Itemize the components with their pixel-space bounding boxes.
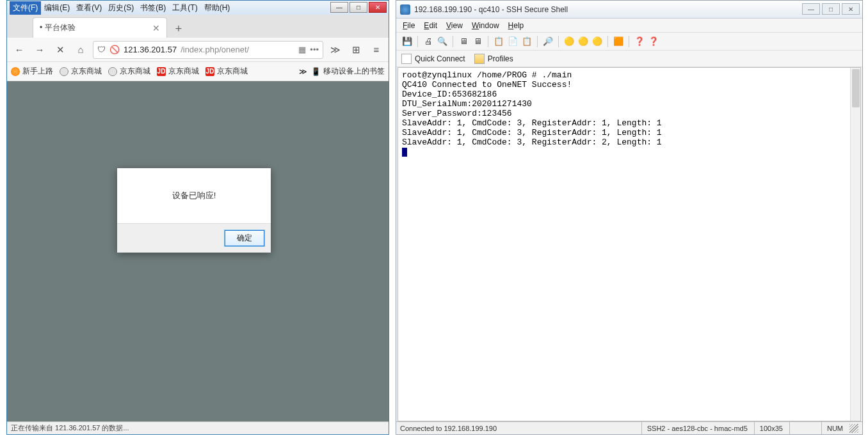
ssh-window: 192.168.199.190 - qc410 - SSH Secure She… [396, 0, 863, 435]
bookmark-getting-started[interactable]: 新手上路 [11, 66, 53, 77]
window-title: 192.168.199.190 - qc410 - SSH Secure She… [414, 5, 568, 14]
firefox-window: 文件(F) 编辑(E) 查看(V) 历史(S) 书签(B) 工具(T) 帮助(H… [6, 0, 389, 435]
menu-edit[interactable]: 编辑(E) [41, 1, 73, 15]
terminal[interactable]: root@zynqlinux /home/PROG # ./main QC410… [398, 67, 861, 421]
close-button[interactable]: ✕ [842, 3, 860, 15]
bookmarks-overflow-icon[interactable]: ≫ [299, 67, 307, 76]
toolbar-icon-15[interactable]: 🟡 [577, 36, 589, 47]
bookmark-jd-3[interactable]: JD京东商城 [157, 66, 199, 77]
tab-close-icon[interactable]: ✕ [152, 23, 160, 33]
back-button[interactable]: ← [11, 42, 28, 58]
status-connection: Connected to 192.168.199.190 [400, 422, 635, 434]
home-button[interactable]: ⌂ [72, 42, 89, 58]
minimize-button[interactable]: — [802, 3, 820, 15]
resize-grip-icon[interactable] [849, 424, 858, 433]
terminal-output: root@zynqlinux /home/PROG # ./main QC410… [398, 68, 860, 159]
hamburger-icon[interactable]: ≡ [368, 42, 385, 58]
globe-icon [108, 67, 117, 76]
toolbar-icon-21[interactable]: ❓ [648, 36, 659, 47]
separator [629, 36, 629, 47]
bookmark-label: 京东商城 [217, 66, 248, 77]
toolbar-icon-16[interactable]: 🟡 [591, 36, 603, 47]
menu-edit[interactable]: Edit [424, 21, 437, 30]
toolbar-icon-6[interactable]: 🖥 [472, 36, 483, 47]
menu-tools[interactable]: 工具(T) [169, 1, 200, 15]
firefox-icon [11, 67, 20, 76]
stop-button[interactable]: ✕ [52, 42, 68, 58]
url-host: 121.36.201.57 [124, 45, 177, 54]
dots-icon[interactable]: ••• [310, 45, 319, 54]
toolbar-icon-8[interactable]: 📋 [493, 36, 504, 47]
status-text: 正在传输来自 121.36.201.57 的数据... [11, 423, 129, 433]
app-icon [400, 4, 410, 15]
bookmark-label: 移动设备上的书签 [323, 66, 385, 77]
toolbar-icon-3[interactable]: 🔍 [437, 36, 448, 47]
menu-help[interactable]: Help [508, 21, 524, 30]
mobile-bookmarks[interactable]: 📱移动设备上的书签 [311, 66, 385, 77]
ok-button[interactable]: 确定 [225, 230, 264, 246]
overflow-icon[interactable]: ≫ [327, 42, 344, 58]
jd-icon: JD [205, 67, 214, 76]
profiles-button[interactable]: Profiles [474, 54, 513, 64]
menu-view[interactable]: View [446, 21, 463, 30]
toolbar-icon-12[interactable]: 🔎 [542, 36, 554, 47]
jd-icon: JD [157, 67, 166, 76]
menu-history[interactable]: 历史(S) [105, 1, 137, 15]
toolbar-icon-0[interactable]: 💾 [401, 36, 413, 47]
status-size: 100x35 [754, 422, 783, 434]
lock-icon[interactable]: 🚫 [109, 45, 120, 54]
ssh-toolbar: 💾🖨🔍🖥🖥📋📄📋🔎🟡🟡🟡🟧❓❓ [396, 33, 862, 51]
separator [417, 36, 418, 47]
separator [537, 36, 538, 47]
toolbar-icon-9[interactable]: 📄 [507, 36, 518, 47]
globe-icon [60, 67, 68, 76]
close-button[interactable]: ✕ [369, 2, 387, 13]
new-tab-button[interactable]: + [170, 20, 188, 38]
toolbar-icon-20[interactable]: ❓ [634, 36, 645, 47]
tab-platform[interactable]: • 平台体验 ✕ [33, 17, 167, 38]
forward-button[interactable]: → [31, 42, 48, 58]
separator [453, 36, 453, 47]
profiles-label: Profiles [488, 54, 513, 63]
firefox-nav-toolbar: ← → ✕ ⌂ 🛡 🚫 121.36.201.57/index.php/onen… [7, 38, 389, 62]
status-numlock: NUM [821, 422, 843, 434]
status-encryption: SSH2 - aes128-cbc - hmac-md5 [641, 422, 748, 434]
alert-dialog: 设备已响应! 确定 [117, 168, 271, 253]
ssh-window-buttons: — □ ✕ [802, 3, 860, 15]
toolbar-icon-10[interactable]: 📋 [521, 36, 533, 47]
extensions-icon[interactable]: ⊞ [348, 42, 364, 58]
shield-icon[interactable]: 🛡 [97, 45, 106, 54]
mobile-icon: 📱 [311, 67, 321, 76]
menu-window[interactable]: Window [472, 21, 499, 30]
menu-file[interactable]: File [403, 21, 415, 30]
menu-file[interactable]: 文件(F) [10, 1, 41, 15]
quick-connect-button[interactable]: Quick Connect [401, 54, 465, 64]
bookmark-label: 新手上路 [22, 66, 53, 77]
minimize-button[interactable]: — [330, 2, 348, 13]
bookmark-jd-1[interactable]: 京东商城 [60, 66, 102, 77]
toolbar-icon-5[interactable]: 🖥 [458, 36, 469, 47]
menu-bookmarks[interactable]: 书签(B) [137, 1, 169, 15]
maximize-button[interactable]: □ [822, 3, 840, 15]
url-path: /index.php/onenet/ [181, 45, 249, 54]
bookmark-label: 京东商城 [168, 66, 199, 77]
toolbar-icon-18[interactable]: 🟧 [613, 36, 624, 47]
firefox-tabstrip: • 平台体验 ✕ + [7, 15, 389, 38]
firefox-window-buttons: — □ ✕ [330, 2, 387, 13]
menu-view[interactable]: 查看(V) [73, 1, 105, 15]
toolbar-icon-14[interactable]: 🟡 [563, 36, 575, 47]
scrollbar[interactable] [850, 68, 860, 421]
scrollbar-thumb[interactable] [852, 69, 860, 107]
menu-help[interactable]: 帮助(H) [201, 1, 234, 15]
grid-icon[interactable]: ▦ [298, 45, 306, 54]
tab-title: • 平台体验 [40, 22, 76, 33]
bookmark-label: 京东商城 [71, 66, 102, 77]
folder-icon [474, 54, 485, 64]
quick-connect-label: Quick Connect [415, 54, 465, 63]
bookmark-jd-4[interactable]: JD京东商城 [205, 66, 248, 77]
maximize-button[interactable]: □ [350, 2, 367, 13]
bookmark-jd-2[interactable]: 京东商城 [108, 66, 150, 77]
url-bar[interactable]: 🛡 🚫 121.36.201.57/index.php/onenet/ ▦ ••… [93, 41, 323, 59]
ssh-titlebar: 192.168.199.190 - qc410 - SSH Secure She… [396, 1, 862, 19]
toolbar-icon-2[interactable]: 🖨 [422, 36, 434, 47]
